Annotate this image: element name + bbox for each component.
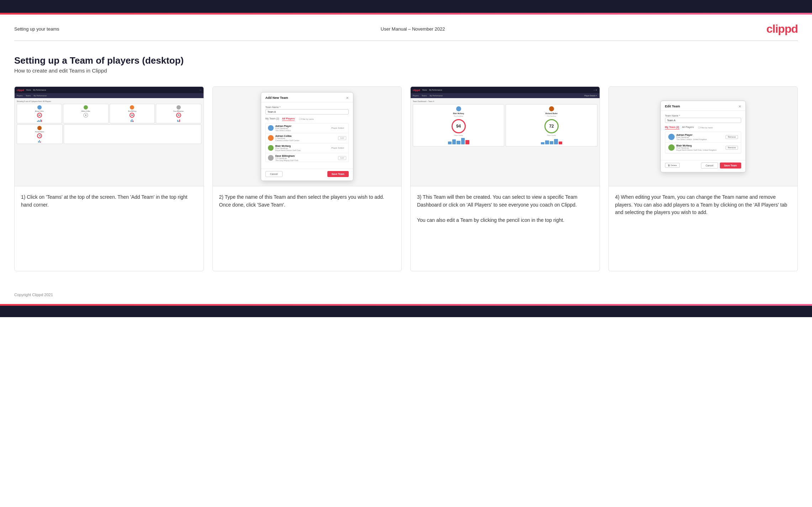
header: Setting up your teams User Manual – Nove… <box>0 15 812 41</box>
edit-player-info-2: Blair McHarg Plus Handicap Royal North D… <box>676 144 724 151</box>
page-title: Setting up a Team of players (desktop) <box>14 55 798 66</box>
mock-player-4: Dave Billingham 78 <box>156 104 201 123</box>
page-content: Setting up a Team of players (desktop) H… <box>0 41 812 289</box>
add-player-2-button[interactable]: Add <box>338 136 346 140</box>
edit-dialog-body: Team Name * My Team (2) All Players ☐ Fi… <box>661 111 745 160</box>
top-bar <box>0 0 812 13</box>
player-info-4: Dave Billingham 3.5 Handicap The Gog Mag… <box>275 155 336 161</box>
card-2-screenshot: Add New Team ✕ Team Name * My Team (2) A… <box>213 87 402 186</box>
card-1: clippd Home My Performance ⋯ Players Tea… <box>14 86 204 271</box>
player-info-3: Blair McHarg Plus Handicap Royal North D… <box>275 145 327 151</box>
dialog-header: Add New Team ✕ <box>261 92 353 102</box>
edit-player-row-2: Blair McHarg Plus Handicap Royal North D… <box>665 143 741 153</box>
edit-team-dialog: Edit Team ✕ Team Name * My Team (2) All … <box>660 101 746 172</box>
card-2-text: 2) Type the name of this Team and then s… <box>213 186 402 271</box>
edit-team-name-input[interactable] <box>665 118 741 123</box>
tab-my-team[interactable]: My Team (2) <box>265 117 279 121</box>
player-action-1: Player Added <box>329 126 346 130</box>
edit-avatar-2 <box>668 144 675 151</box>
delete-team-button[interactable]: 🗑 Delete <box>665 163 680 168</box>
cards-row: clippd Home My Performance ⋯ Players Tea… <box>14 86 798 271</box>
card-1-screenshot: clippd Home My Performance ⋯ Players Tea… <box>15 87 204 186</box>
player-row-2: Adrian Coliba 1 Handicap Central London … <box>266 133 348 143</box>
player-name-3: Blair McHarg <box>275 145 327 147</box>
player-list: Adrian Player Plus Handicap The Shire Lo… <box>265 123 349 162</box>
mock-logo-1: clippd <box>17 89 24 91</box>
player-detail-1b: The Shire London <box>275 129 327 132</box>
edit-player-list: Adrian Player Plus Handicap The Shire Lo… <box>665 132 741 154</box>
clippd-logo: clippd <box>766 22 798 36</box>
player-row-4: Dave Billingham 3.5 Handicap The Gog Mag… <box>266 153 348 162</box>
player-detail-2b: Central London Golf Centre <box>275 139 336 142</box>
save-team-button[interactable]: Save Team <box>327 171 349 177</box>
dialog-footer: Cancel Save Team <box>261 169 353 181</box>
edit-player-tabs: My Team (2) All Players ☐ Filter by name <box>665 126 741 129</box>
player-detail-3b: Royal North Devon Golf Club <box>275 149 327 151</box>
footer: Copyright Clippd 2021 <box>0 289 812 304</box>
mock-player-5: Richard Butler 72 <box>17 124 63 144</box>
remove-player-1-button[interactable]: Remove <box>726 135 738 139</box>
card-3-screenshot: clippd Home My Performance ⋯ ✕ Players T… <box>411 87 600 186</box>
cancel-button[interactable]: Cancel <box>265 171 283 177</box>
team-name-input[interactable] <box>265 109 349 114</box>
player-row-1: Adrian Player Plus Handicap The Shire Lo… <box>266 123 348 133</box>
edit-filter-check: ☐ Filter by name <box>698 127 713 129</box>
edit-dialog-footer: 🗑 Delete Cancel Save Team <box>661 160 745 172</box>
dialog-close-icon[interactable]: ✕ <box>346 96 349 100</box>
mock-player-3: Blair McHarg 94 <box>110 104 155 123</box>
player-info-2: Adrian Coliba 1 Handicap Central London … <box>275 135 336 142</box>
edit-dialog-header: Edit Team ✕ <box>661 101 745 111</box>
mock-body-1: Showing 5 out of 5 players from: All Pla… <box>15 98 204 186</box>
dialog-body: Team Name * My Team (2) All Players ☐ Fi… <box>261 102 353 169</box>
mock-player-1: Adrian Coliba 84 <box>17 104 62 123</box>
mock-nav-teams: My Performance <box>33 89 46 91</box>
player-action-3: Player Added <box>329 146 346 150</box>
card-2: Add New Team ✕ Team Name * My Team (2) A… <box>212 86 402 271</box>
filter-check: ☐ Filter by name <box>299 118 313 120</box>
card-4-text: 4) When editing your Team, you can chang… <box>609 186 798 271</box>
mock-grid-1: Adrian Coliba 84 <box>17 104 201 123</box>
card-4-screenshot: Edit Team ✕ Team Name * My Team (2) All … <box>609 87 798 186</box>
card-3-text: 3) This Team will then be created. You c… <box>411 186 600 271</box>
dialog-title: Add New Team <box>265 96 288 100</box>
add-player-4-button[interactable]: Add <box>338 156 346 160</box>
player-avatar-2 <box>268 135 274 141</box>
mock-nav-home: Home <box>26 89 31 91</box>
mock-subnav-1: Players Teams My Performance <box>15 93 204 98</box>
player-name-4: Dave Billingham <box>275 155 336 157</box>
player-avatar-3 <box>268 145 274 151</box>
edit-player-info-1: Adrian Player Plus Handicap The Shire Lo… <box>676 134 724 140</box>
remove-player-2-button[interactable]: Remove <box>726 146 738 150</box>
player-detail-4b: The Gog Magog Golf Club <box>275 159 336 161</box>
copyright-text: Copyright Clippd 2021 <box>14 293 53 297</box>
player-name-1: Adrian Player <box>275 125 327 127</box>
mock-player-2: Adrian Coliba 0 <box>63 104 108 123</box>
player-avatar-1 <box>268 125 274 131</box>
card-4: Edit Team ✕ Team Name * My Team (2) All … <box>608 86 798 271</box>
player-avatar-4 <box>268 155 274 161</box>
edit-tab-all-players[interactable]: All Players <box>682 126 694 129</box>
page-subtitle: How to create and edit Teams in Clippd <box>14 68 798 74</box>
player-info-1: Adrian Player Plus Handicap The Shire Lo… <box>275 125 327 132</box>
add-team-dialog: Add New Team ✕ Team Name * My Team (2) A… <box>261 92 353 181</box>
header-center: User Manual – November 2022 <box>381 26 445 32</box>
tab-all-players[interactable]: All Players <box>282 117 295 121</box>
card-1-text: 1) Click on 'Teams' at the top of the sc… <box>15 186 204 271</box>
edit-tab-my-team[interactable]: My Team (2) <box>665 126 679 129</box>
mock-nav-icons: ⋯ <box>200 89 201 91</box>
trash-icon: 🗑 <box>668 164 670 166</box>
edit-cancel-button[interactable]: Cancel <box>701 162 718 169</box>
edit-dialog-close-icon[interactable]: ✕ <box>738 105 741 108</box>
bottom-bar <box>0 306 812 317</box>
edit-player-row-1: Adrian Player Plus Handicap The Shire Lo… <box>665 132 741 143</box>
edit-save-team-button[interactable]: Save Team <box>720 162 741 169</box>
field-label: Team Name * <box>265 106 349 108</box>
card-3: clippd Home My Performance ⋯ ✕ Players T… <box>410 86 600 271</box>
edit-avatar-1 <box>668 134 675 140</box>
player-name-2: Adrian Coliba <box>275 135 336 137</box>
header-left: Setting up your teams <box>14 26 59 32</box>
player-tabs: My Team (2) All Players ☐ Filter by name <box>265 117 349 121</box>
edit-dialog-title: Edit Team <box>665 105 680 108</box>
player-row-3: Blair McHarg Plus Handicap Royal North D… <box>266 143 348 153</box>
mock-nav-1: clippd Home My Performance ⋯ <box>15 87 204 93</box>
